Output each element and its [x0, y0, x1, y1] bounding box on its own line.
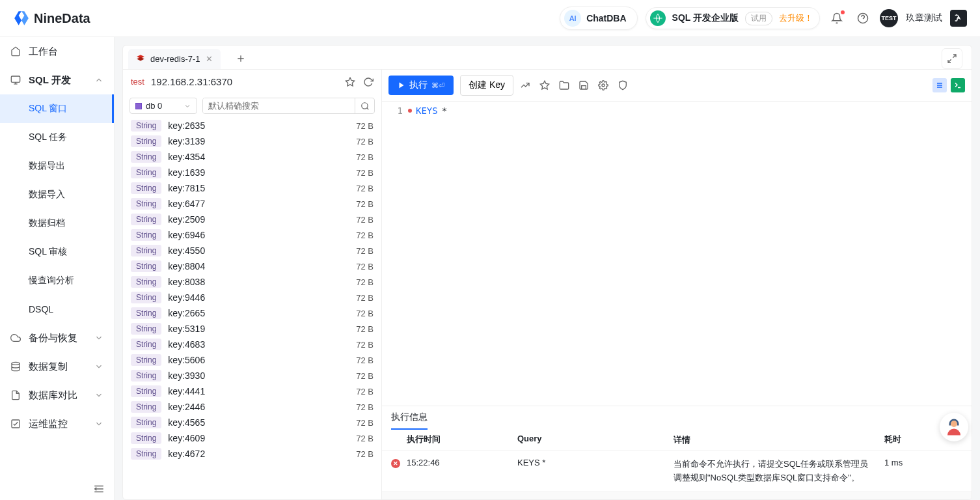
- sidebar-collapse-button[interactable]: [93, 483, 105, 495]
- key-type-badge: String: [131, 182, 161, 194]
- key-name: key:4672: [168, 449, 349, 459]
- key-name: key:9446: [168, 292, 349, 303]
- key-row[interactable]: Stringkey:455072 B: [123, 243, 381, 258]
- horizontal-scrollbar[interactable]: [382, 492, 972, 499]
- key-name: key:2635: [168, 120, 349, 131]
- key-size: 72 B: [356, 355, 374, 365]
- env-badge: test: [131, 77, 144, 87]
- notifications-button[interactable]: [828, 9, 846, 27]
- key-type-badge: String: [131, 432, 161, 444]
- key-row[interactable]: Stringkey:313972 B: [123, 133, 381, 149]
- key-row[interactable]: Stringkey:244672 B: [123, 399, 381, 415]
- sidebar-item-import[interactable]: 数据导入: [0, 180, 114, 209]
- key-row[interactable]: Stringkey:250972 B: [123, 212, 381, 227]
- chevron-down-icon: [94, 362, 103, 371]
- key-list[interactable]: Stringkey:263572 BStringkey:313972 BStri…: [123, 118, 381, 499]
- sql-editor[interactable]: 1 KEYS *: [382, 102, 972, 406]
- key-row[interactable]: Stringkey:531972 B: [123, 321, 381, 337]
- tab-dev-redis[interactable]: dev-redis-7-1 ✕: [128, 49, 221, 69]
- view-mode-terminal[interactable]: [951, 78, 965, 92]
- result-time: 15:22:46: [407, 458, 517, 467]
- sidebar: 工作台 SQL 开发 SQL 窗口 SQL 任务 数据导出 数据导入 数据归档 …: [0, 37, 115, 500]
- key-row[interactable]: Stringkey:456572 B: [123, 415, 381, 430]
- key-row[interactable]: Stringkey:266572 B: [123, 305, 381, 321]
- results-row[interactable]: ✕ 15:22:46 KEYS * 当前命令不允许执行，请提交SQL任务或联系管…: [382, 451, 972, 492]
- chatdba-label: ChatDBA: [586, 13, 626, 23]
- chart-icon[interactable]: [520, 80, 530, 90]
- fullscreen-button[interactable]: [942, 48, 962, 69]
- sidebar-item-backup[interactable]: 备份与恢复: [0, 324, 114, 352]
- sidebar-item-compare[interactable]: 数据库对比: [0, 381, 114, 410]
- key-row[interactable]: Stringkey:435472 B: [123, 149, 381, 165]
- key-row[interactable]: Stringkey:460972 B: [123, 430, 381, 446]
- svg-marker-20: [400, 83, 404, 89]
- key-row[interactable]: Stringkey:803872 B: [123, 274, 381, 290]
- key-row[interactable]: Stringkey:467272 B: [123, 446, 381, 462]
- key-size: 72 B: [356, 324, 374, 334]
- key-row[interactable]: Stringkey:880472 B: [123, 258, 381, 274]
- upgrade-link[interactable]: 去升级！: [779, 12, 813, 24]
- key-row[interactable]: Stringkey:944672 B: [123, 290, 381, 305]
- svg-line-16: [948, 59, 951, 62]
- svg-marker-12: [137, 57, 144, 61]
- chatdba-button[interactable]: AI ChatDBA: [560, 7, 637, 30]
- sidebar-item-export[interactable]: 数据导出: [0, 152, 114, 180]
- key-search-input[interactable]: [203, 98, 355, 113]
- sidebar-item-sql-task[interactable]: SQL 任务: [0, 123, 114, 152]
- svg-point-22: [602, 84, 605, 87]
- key-row[interactable]: Stringkey:694672 B: [123, 227, 381, 243]
- result-query: KEYS *: [517, 458, 674, 467]
- sidebar-item-archive[interactable]: 数据归档: [0, 209, 114, 238]
- help-button[interactable]: [854, 9, 872, 27]
- key-row[interactable]: Stringkey:781572 B: [123, 180, 381, 196]
- results-col-detail: 详情: [674, 434, 884, 447]
- key-name: key:2509: [168, 214, 349, 225]
- key-row[interactable]: Stringkey:263572 B: [123, 118, 381, 133]
- star-icon[interactable]: [539, 80, 550, 90]
- close-icon[interactable]: ✕: [206, 54, 213, 64]
- result-detail: 当前命令不允许执行，请提交SQL任务或联系管理员调整规则"NoSQL类型数据库S…: [674, 458, 884, 485]
- key-name: key:6946: [168, 230, 349, 240]
- save-icon[interactable]: [578, 80, 589, 90]
- key-row[interactable]: Stringkey:444172 B: [123, 383, 381, 399]
- add-tab-button[interactable]: [232, 50, 249, 67]
- sql-dev-pill[interactable]: SQL 开发企业版 试用 去升级！: [646, 7, 820, 29]
- search-button[interactable]: [355, 98, 374, 113]
- key-row[interactable]: Stringkey:647772 B: [123, 196, 381, 212]
- results-tab-exec-info[interactable]: 执行信息: [391, 411, 428, 430]
- sql-dev-label: SQL 开发企业版: [672, 12, 739, 24]
- support-button[interactable]: [940, 413, 968, 441]
- key-size: 72 B: [356, 137, 374, 146]
- sidebar-item-ops[interactable]: 运维监控: [0, 410, 114, 438]
- shield-icon[interactable]: [618, 80, 628, 90]
- folder-icon[interactable]: [559, 80, 569, 90]
- key-type-badge: String: [131, 229, 161, 241]
- svg-point-18: [361, 102, 367, 108]
- run-button[interactable]: 执行 ⌘⏎: [388, 76, 454, 95]
- sidebar-item-sql-review[interactable]: SQL 审核: [0, 238, 114, 266]
- logo[interactable]: NineData: [13, 10, 90, 27]
- refresh-icon[interactable]: [363, 77, 374, 87]
- db-selector[interactable]: db 0: [129, 98, 197, 114]
- star-icon[interactable]: [345, 77, 355, 87]
- sidebar-item-replicate[interactable]: 数据复制: [0, 352, 114, 381]
- run-label: 执行: [409, 79, 428, 91]
- sidebar-item-workspace[interactable]: 工作台: [0, 37, 114, 66]
- key-row[interactable]: Stringkey:468372 B: [123, 337, 381, 352]
- sidebar-item-dsql[interactable]: DSQL: [0, 295, 114, 324]
- key-name: key:5606: [168, 355, 349, 365]
- sidebar-item-sql-window[interactable]: SQL 窗口: [0, 94, 114, 123]
- sidebar-item-sql-dev[interactable]: SQL 开发: [0, 66, 114, 94]
- language-button[interactable]: [950, 10, 967, 27]
- create-key-button[interactable]: 创建 Key: [460, 75, 513, 96]
- key-row[interactable]: Stringkey:393072 B: [123, 368, 381, 383]
- editor-text: *: [442, 105, 447, 116]
- editor-keyword: KEYS: [416, 105, 438, 116]
- key-row[interactable]: Stringkey:163972 B: [123, 165, 381, 180]
- user-name[interactable]: 玖章测试: [906, 12, 942, 24]
- chevron-down-icon: [184, 102, 191, 110]
- sidebar-item-slow-query[interactable]: 慢查询分析: [0, 266, 114, 295]
- gear-icon[interactable]: [598, 80, 608, 90]
- view-mode-table[interactable]: [932, 78, 947, 92]
- key-row[interactable]: Stringkey:560672 B: [123, 352, 381, 368]
